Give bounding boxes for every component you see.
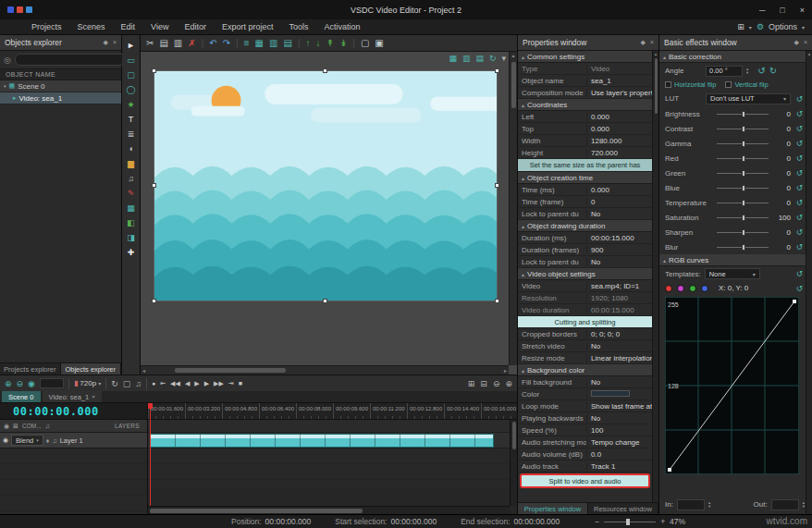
- section-rgb-curves[interactable]: ▴ RGB curves: [659, 254, 812, 266]
- menu-item[interactable]: Export project: [222, 22, 274, 31]
- section-background-color[interactable]: ▴ Background color: [518, 364, 652, 376]
- channel-dot[interactable]: [689, 285, 696, 292]
- property-row[interactable]: Audio track Track 1: [518, 460, 652, 473]
- frame-forward-icon[interactable]: ▶: [204, 380, 209, 387]
- split-view-icon[interactable]: ▥: [462, 54, 471, 63]
- fit-timeline-icon[interactable]: ⊞: [468, 379, 475, 388]
- slider-thumb[interactable]: [742, 185, 745, 191]
- menu-item[interactable]: Projects: [31, 22, 62, 31]
- keyframe-icon[interactable]: ♦: [46, 437, 50, 444]
- close-button[interactable]: ×: [800, 6, 805, 15]
- speaker-icon[interactable]: ♫: [52, 437, 56, 444]
- tab-scene-0[interactable]: Scene 0: [2, 391, 41, 402]
- scroll-right-icon[interactable]: ▸: [504, 367, 507, 374]
- redo-icon[interactable]: ↷: [223, 39, 230, 48]
- close-icon[interactable]: ×: [650, 39, 654, 46]
- vertical-flip-checkbox[interactable]: Vertical flip: [725, 80, 768, 89]
- quality-selector[interactable]: ▮ 720p ▾: [74, 379, 101, 387]
- scroll-thumb[interactable]: [511, 62, 516, 108]
- animation-tool-icon[interactable]: ◧: [124, 215, 139, 229]
- property-row[interactable]: Playing backwards No: [518, 412, 652, 424]
- slider-thumb[interactable]: [742, 244, 745, 251]
- templates-dropdown[interactable]: None ▾: [705, 268, 760, 279]
- layout-view-icon[interactable]: ▤: [475, 54, 484, 63]
- refresh-view-icon[interactable]: ↻: [489, 54, 497, 63]
- pin-icon[interactable]: ◆: [794, 39, 799, 46]
- menu-item[interactable]: View: [151, 22, 168, 31]
- chart-tool-icon[interactable]: ▆: [124, 156, 139, 170]
- property-row[interactable]: Duration (frames) 900: [518, 244, 652, 256]
- resize-handle[interactable]: [323, 68, 327, 73]
- frame-back-icon[interactable]: ◀: [185, 380, 190, 387]
- rectangle-tool-icon[interactable]: ▢: [124, 68, 139, 81]
- property-row[interactable]: Composition mode Use layer's properties: [518, 87, 652, 99]
- channel-dot[interactable]: [677, 285, 684, 292]
- effects-scrollbar[interactable]: ▴: [806, 51, 812, 514]
- effect-slider[interactable]: [717, 173, 769, 174]
- cursor-tool-icon[interactable]: ►: [124, 38, 139, 52]
- close-tab-icon[interactable]: ×: [92, 394, 95, 399]
- close-icon[interactable]: ×: [804, 39, 807, 46]
- angle-spinner[interactable]: ▴▾: [746, 68, 748, 75]
- scroll-thumb[interactable]: [150, 509, 363, 513]
- playhead[interactable]: [150, 403, 151, 506]
- effect-slider[interactable]: [717, 203, 769, 203]
- remove-object-icon[interactable]: ⊖: [17, 379, 24, 388]
- effect-slider[interactable]: [717, 158, 769, 159]
- grid-view-icon[interactable]: ▦: [449, 54, 457, 63]
- expand-icon[interactable]: ▾: [4, 83, 6, 89]
- record-icon[interactable]: ●: [152, 380, 155, 387]
- audio-mute-icon[interactable]: ♫: [135, 379, 141, 388]
- reset-icon[interactable]: ↺: [794, 109, 805, 118]
- property-row[interactable]: Audio volume (dB) 0.0: [518, 448, 652, 460]
- video-canvas[interactable]: [154, 70, 498, 301]
- section-coordinates[interactable]: ▴ Coordinates: [518, 99, 652, 111]
- pin-icon[interactable]: ◆: [104, 39, 108, 46]
- slider-thumb[interactable]: [742, 141, 745, 147]
- go-start-icon[interactable]: ⇤: [160, 380, 166, 387]
- fast-backward-icon[interactable]: ◀◀: [170, 380, 180, 387]
- scroll-thumb[interactable]: [175, 368, 286, 373]
- separator[interactable]: |: [352, 39, 355, 48]
- minimize-button[interactable]: ─: [759, 6, 765, 15]
- align-rows-icon[interactable]: ▤: [283, 39, 291, 48]
- rotate-cw-icon[interactable]: ↻: [769, 66, 777, 76]
- move-down-icon[interactable]: ↓: [316, 39, 321, 48]
- property-row[interactable]: Width 1280.000: [518, 135, 652, 147]
- scroll-up-icon[interactable]: ▴: [511, 52, 514, 58]
- effect-slider[interactable]: [717, 143, 769, 144]
- property-row[interactable]: Video duration 00:00:15.000: [518, 304, 652, 316]
- property-row[interactable]: Left 0.000: [518, 111, 652, 123]
- preview-vertical-scrollbar[interactable]: ▴: [509, 52, 517, 365]
- add-object-icon[interactable]: ⊕: [5, 379, 12, 388]
- eye-icon[interactable]: ◉: [3, 436, 8, 444]
- caret-down-icon[interactable]: ▾: [802, 24, 805, 31]
- reset-icon[interactable]: ↺: [794, 124, 805, 133]
- rgb-curve-editor[interactable]: 255 128: [665, 297, 805, 476]
- property-row[interactable]: Resize mode Linear interpolation: [518, 352, 652, 364]
- property-row-color[interactable]: Color: [518, 388, 652, 400]
- slider-thumb[interactable]: [742, 126, 745, 132]
- section-object-creation-time[interactable]: ▴ Object creation time: [518, 172, 652, 184]
- scroll-up-icon[interactable]: ▴: [655, 51, 658, 56]
- timeline-zoom-in-icon[interactable]: ⊕: [505, 379, 512, 388]
- section-basic-correction[interactable]: ▴ Basic correction: [659, 51, 812, 63]
- reset-icon[interactable]: ↺: [794, 94, 805, 104]
- loop-playback-icon[interactable]: ↻: [111, 379, 118, 388]
- property-row[interactable]: Cropped borders 0; 0; 0; 0: [518, 328, 652, 340]
- menu-item[interactable]: Scenes: [78, 22, 105, 31]
- gradient-tool-icon[interactable]: ◨: [124, 230, 139, 244]
- move-bottom-icon[interactable]: ↡: [339, 39, 347, 48]
- section-video-object-settings[interactable]: ▴ Video object settings: [518, 268, 652, 280]
- caret-down-icon[interactable]: ▾: [749, 24, 752, 31]
- angle-input[interactable]: 0.00 °: [706, 66, 743, 77]
- resize-handle[interactable]: [152, 299, 156, 303]
- pencil-tool-icon[interactable]: ✎: [124, 186, 139, 200]
- menu-item[interactable]: Tools: [289, 22, 308, 31]
- channel-dot[interactable]: [665, 285, 672, 292]
- timeline-tracks[interactable]: 00:00:01.600 00:00:03.200 00:00:04.800 0…: [148, 403, 517, 514]
- view-menu-icon[interactable]: ▾: [501, 54, 506, 63]
- tooltip-tool-icon[interactable]: ◖: [124, 141, 139, 155]
- slider-thumb[interactable]: [742, 215, 745, 221]
- tab-properties-window[interactable]: Properties window: [518, 503, 588, 514]
